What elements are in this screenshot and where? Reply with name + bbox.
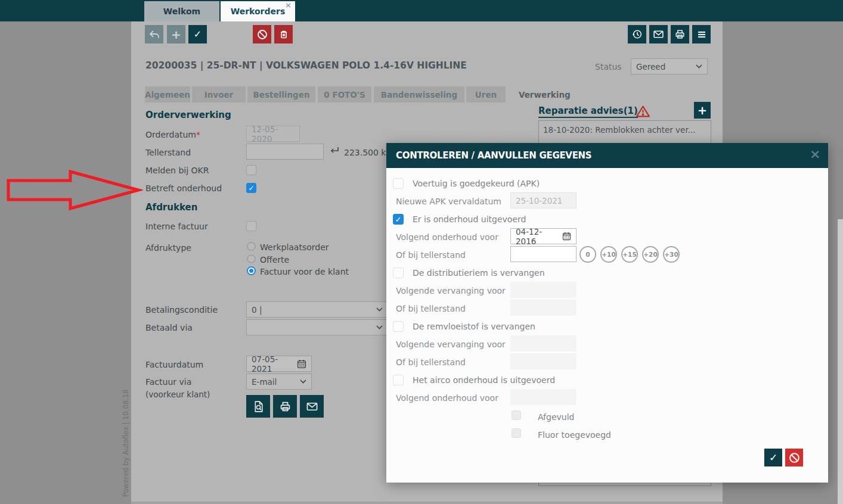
print-invoice-button[interactable] — [273, 395, 297, 418]
menu-button[interactable] — [692, 25, 711, 43]
required-asterisk: * — [196, 130, 200, 139]
chevron-down-icon — [300, 379, 306, 384]
modal-close-icon[interactable]: × — [810, 147, 835, 161]
of-bij-tellerstand-label: Of bij tellerstand — [396, 250, 466, 260]
warning-icon — [636, 105, 650, 118]
check-icon: ✓ — [769, 453, 777, 463]
add-button[interactable]: + — [167, 25, 185, 43]
afgevuld-label: Afgevuld — [538, 412, 574, 422]
screen: Welkom Werkorders × + ✓ 20200035 | 25-DR… — [0, 0, 843, 504]
km-button-30[interactable]: +30 — [663, 246, 680, 263]
afgevuld-checkbox[interactable] — [512, 410, 521, 420]
modal-title: CONTROLEREN / AANVULLEN GEGEVENS — [396, 150, 591, 161]
radio-werkplaatsorder[interactable] — [247, 242, 256, 251]
orderdatum-input: 12-05-2020 — [246, 126, 300, 142]
add-advies-button[interactable]: + — [694, 102, 711, 119]
km-button-0[interactable]: 0 — [579, 246, 596, 263]
section-orderverwerking: Orderverwerking — [145, 110, 231, 120]
factuur-via-sublabel: (voorkeur klant) — [145, 390, 210, 399]
radio-factuur-klant-label: Factuur voor de klant — [260, 267, 349, 276]
delete-button[interactable] — [274, 25, 293, 43]
km-button-15[interactable]: +15 — [621, 246, 638, 263]
status-select[interactable]: Gereed — [631, 58, 708, 74]
orderdatum-label-text: Orderdatum — [145, 130, 196, 139]
volgende-vervanging-label-1: Volgende vervanging voor — [396, 286, 506, 295]
fluor-checkbox[interactable] — [512, 428, 521, 438]
tab-bestellingen[interactable]: Bestellingen — [247, 86, 315, 102]
enter-arrow-icon[interactable] — [328, 146, 340, 155]
interne-factuur-label: Interne factuur — [145, 222, 208, 231]
tab-werkorders[interactable]: Werkorders × — [221, 1, 295, 21]
interne-factuur-checkbox[interactable] — [246, 221, 256, 231]
content-bottom-edge — [131, 502, 723, 504]
plus-icon: + — [171, 29, 181, 41]
chevron-down-icon — [376, 325, 383, 329]
radio-offerte[interactable] — [247, 254, 256, 263]
page-scrollbar[interactable] — [838, 219, 843, 504]
ban-icon — [256, 29, 268, 41]
cancel-order-button[interactable] — [253, 25, 271, 43]
factuur-via-value: E-mail — [252, 377, 277, 387]
modal-confirm-button[interactable]: ✓ — [764, 449, 782, 466]
factuur-via-select[interactable]: E-mail — [246, 374, 312, 390]
km-button-20[interactable]: +20 — [642, 246, 659, 263]
preview-document-button[interactable] — [246, 395, 270, 418]
factuur-via-label: Factuur via — [145, 377, 191, 387]
calendar-icon[interactable] — [297, 359, 306, 369]
betaald-via-select[interactable] — [246, 319, 388, 335]
apk-checkbox[interactable] — [393, 178, 404, 189]
distributieriem-checkbox[interactable] — [393, 267, 404, 278]
history-icon — [631, 28, 643, 41]
undo-button[interactable] — [145, 25, 163, 43]
km-button-10[interactable]: +10 — [600, 246, 617, 263]
confirm-button[interactable]: ✓ — [188, 25, 207, 43]
envelope-icon — [652, 28, 665, 41]
tab-bandenwisseling[interactable]: Bandenwisseling — [374, 86, 464, 102]
volgende-vervanging-label-2: Volgende vervanging voor — [396, 340, 506, 349]
check-icon: ✓ — [194, 30, 202, 39]
check-icon: ✓ — [395, 215, 402, 224]
status-label: Status — [595, 62, 622, 71]
radio-factuur-klant[interactable] — [247, 266, 256, 275]
factuurdatum-input[interactable]: 07-05-2021 — [246, 356, 312, 372]
tellerstand-input[interactable] — [246, 144, 324, 160]
tellerstand-label: Tellerstand — [145, 148, 191, 157]
tab-welkom[interactable]: Welkom — [144, 1, 219, 21]
print-button[interactable] — [671, 25, 689, 43]
trash-icon — [278, 29, 290, 41]
plus-icon: + — [698, 105, 707, 116]
remvloeistof-checkbox[interactable] — [393, 321, 404, 332]
factuurdatum-label: Factuurdatum — [145, 360, 203, 369]
of-bij-tellerstand-label-2: Of bij tellerstand — [396, 304, 466, 313]
red-annotation-arrow — [6, 168, 143, 213]
app-header-bar — [0, 0, 843, 21]
orderdatum-label: Orderdatum* — [145, 130, 200, 139]
email-button[interactable] — [649, 25, 668, 43]
of-bij-tellerstand-input[interactable] — [510, 246, 577, 262]
volgend-onderhoud-input[interactable]: 04-12-2016 — [510, 228, 577, 244]
melden-okr-checkbox[interactable] — [246, 165, 256, 175]
betalingsconditie-select[interactable]: 0 | — [246, 301, 388, 318]
email-invoice-button[interactable] — [300, 395, 324, 418]
onderhoud-checkbox-label: Er is onderhoud uitgevoerd — [413, 214, 526, 224]
reparatie-advies-link[interactable]: Reparatie advies(1) — [538, 105, 638, 118]
tab-verwerking-active[interactable]: Verwerking — [519, 90, 571, 99]
calendar-icon[interactable] — [562, 232, 571, 241]
tab-algemeen[interactable]: Algemeen — [145, 86, 190, 102]
tab-invoer[interactable]: Invoer — [192, 86, 246, 102]
betaald-via-label: Betaald via — [145, 323, 193, 332]
airco-checkbox[interactable] — [393, 375, 404, 385]
modal-header: CONTROLEREN / AANVULLEN GEGEVENS — [386, 143, 828, 168]
modal-cancel-button[interactable] — [785, 449, 803, 466]
afdruktype-label: Afdruktype — [145, 243, 191, 253]
history-button[interactable] — [628, 25, 646, 43]
tab-fotos[interactable]: 0 FOTO'S — [318, 86, 371, 102]
betreft-onderhoud-checkbox[interactable]: ✓ — [246, 183, 256, 193]
onderhoud-checkbox[interactable]: ✓ — [393, 214, 404, 225]
tab-uren[interactable]: Uren — [466, 86, 506, 102]
close-tab-icon[interactable]: × — [285, 1, 292, 10]
volgend-onderhoud-label: Volgend onderhoud voor — [396, 232, 498, 242]
advies-list-item[interactable]: 18-10-2020: Remblokken achter ver... — [543, 125, 696, 135]
tab-welkom-label: Welkom — [163, 7, 200, 16]
ban-icon — [788, 452, 801, 464]
